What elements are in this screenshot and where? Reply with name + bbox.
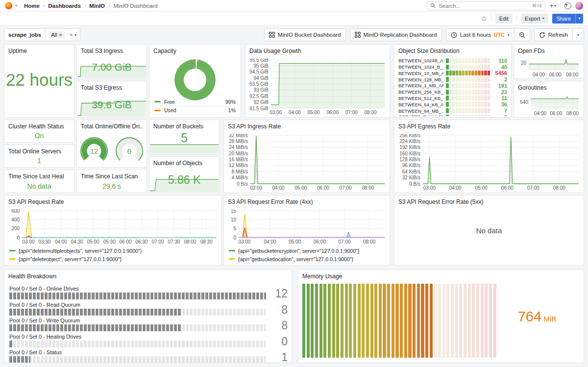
panel-title[interactable]: S3 API Ingress Rate bbox=[228, 123, 386, 130]
panel-title[interactable]: Health Breakdown bbox=[8, 273, 288, 280]
legend-item[interactable]: {api="deleteobject", server="127.0.0.1:9… bbox=[9, 255, 217, 263]
data-usage-growth-chart[interactable]: 95.5 GiB95 GiB94.5 GiB94 GiB93.5 GiB93 G… bbox=[248, 58, 386, 115]
variable-value-chip[interactable]: All× bbox=[49, 31, 65, 38]
panel-title[interactable]: S3 API Request Rate bbox=[8, 198, 217, 205]
share-dropdown-button[interactable]: ▾ bbox=[575, 14, 583, 24]
variable-label: scrape_jobs bbox=[4, 29, 46, 41]
chevron-down-icon[interactable]: ▾ bbox=[74, 33, 80, 37]
legend-swatch bbox=[154, 110, 161, 111]
online-servers-value: 1 bbox=[4, 157, 74, 165]
zoom-out-icon bbox=[519, 32, 525, 38]
svg-text:0: 0 bbox=[127, 147, 131, 155]
grafana-minio-dashboard: ▾ Home › Dashboards › MinIO › MinIO Dash… bbox=[0, 0, 588, 367]
buckets-value: 5 bbox=[149, 131, 219, 145]
dashboard-controls: scrape_jobs All× × ▾ MinIO Bucket Dashbo… bbox=[0, 25, 588, 44]
svg-text:03:30: 03:30 bbox=[38, 239, 50, 245]
star-icon[interactable]: ☆ bbox=[481, 15, 487, 23]
osd-row: GREATER_THAN_51...8 bbox=[398, 114, 507, 116]
panel-capacity: Capacity Free 99% Used 1% bbox=[149, 44, 241, 118]
object-size-distribution-gauge[interactable]: BETWEEN_1024B_A...110BETWEEN_1024_B_...4… bbox=[398, 58, 507, 116]
svg-text:04:30: 04:30 bbox=[71, 239, 83, 245]
breadcrumb-separator: › bbox=[43, 3, 45, 8]
panel-title[interactable]: Open FDs bbox=[518, 48, 580, 54]
refresh-button[interactable]: Refresh bbox=[534, 28, 573, 41]
health-breakdown-gauges[interactable]: Pool 0 / Set 0 - Online Drives12Pool 0 /… bbox=[9, 284, 288, 360]
dashboard-grid: Uptime 22 hours Total S3 Ingress 7.00 Gi… bbox=[0, 44, 588, 367]
minio-bucket-dashboard-link[interactable]: MinIO Bucket Dashboard bbox=[264, 28, 345, 41]
svg-text:4 MiB/s: 4 MiB/s bbox=[232, 175, 248, 180]
panel-title[interactable]: Total Online Servers bbox=[8, 148, 70, 155]
panel-title[interactable]: Uptime bbox=[8, 48, 70, 54]
goroutines-chart[interactable]: 54004:0006:0008:00 bbox=[517, 95, 580, 116]
svg-text:03:00: 03:00 bbox=[270, 110, 282, 115]
open-fds-chart[interactable]: 2004:0006:0008:00 bbox=[517, 57, 580, 77]
divider bbox=[516, 15, 517, 22]
capacity-donut-chart[interactable] bbox=[174, 59, 216, 100]
add-button[interactable]: +▾ bbox=[549, 2, 556, 9]
panel-title[interactable]: Cluster Health Status bbox=[8, 123, 70, 130]
panel-object-size-distribution: Object Size Distribution BETWEEN_1024B_A… bbox=[394, 44, 512, 118]
panel-title[interactable]: Time Since Last Heal bbox=[8, 173, 70, 180]
svg-text:10: 10 bbox=[231, 217, 237, 222]
zoom-out-button[interactable] bbox=[514, 28, 530, 41]
panel-total-s3-egress: Total S3 Egress 39.6 GiB bbox=[76, 81, 147, 118]
panel-title[interactable]: Time Since Last Scan bbox=[81, 173, 143, 180]
refresh-interval-dropdown[interactable]: ▾ bbox=[572, 28, 584, 41]
s3-ingress-rate-chart[interactable]: 32 MiB/s28 MiB/s24 MiB/s20 MiB/s16 MiB/s… bbox=[227, 134, 386, 191]
s3-error-4xx-chart[interactable]: 15105003:0004:0005:0006:0007:0008:00 bbox=[227, 209, 386, 245]
breadcrumb-minio[interactable]: MinIO bbox=[89, 3, 105, 9]
panel-title[interactable]: Number of Objects bbox=[153, 160, 215, 167]
breadcrumb-dashboards[interactable]: Dashboards bbox=[48, 3, 80, 9]
svg-text:540: 540 bbox=[520, 99, 528, 105]
edit-button[interactable]: Edit bbox=[495, 14, 513, 24]
search-icon bbox=[430, 3, 436, 8]
ingress-value: 7.00 GiB bbox=[77, 61, 147, 73]
panel-title[interactable]: S3 API Request Error Rate (4xx) bbox=[228, 198, 386, 205]
legend-item[interactable]: {api="getbucketencryption", server="127.… bbox=[229, 246, 386, 255]
panel-title[interactable]: Memory Usage bbox=[302, 273, 580, 280]
chevron-down-icon[interactable]: ▾ bbox=[15, 3, 17, 8]
time-range-picker[interactable]: Last 6 hours UTC ▾ bbox=[446, 28, 514, 41]
clear-icon[interactable]: × bbox=[68, 32, 74, 38]
variable-scrape-jobs[interactable]: scrape_jobs All× × ▾ bbox=[4, 28, 80, 41]
breadcrumb-separator: › bbox=[84, 3, 86, 8]
breadcrumb-home[interactable]: Home bbox=[24, 3, 40, 9]
memory-usage-gauge[interactable] bbox=[302, 284, 496, 358]
close-icon[interactable]: × bbox=[59, 32, 62, 38]
search-input[interactable] bbox=[439, 3, 529, 9]
s3-egress-rate-chart[interactable]: 256 KiB/s224 KiB/s192 KiB/s160 KiB/s128 … bbox=[397, 134, 580, 191]
chevron-down-icon: ▾ bbox=[578, 16, 580, 21]
drive-gauges[interactable]: 12 0 bbox=[77, 136, 147, 166]
help-icon[interactable]: ? bbox=[564, 2, 571, 9]
legend-item[interactable]: {api="deletemultipleobjects", server="12… bbox=[9, 246, 217, 255]
panel-title[interactable]: Object Size Distribution bbox=[398, 48, 507, 54]
timezone-badge: UTC bbox=[494, 32, 505, 38]
avatar[interactable] bbox=[575, 2, 583, 10]
panel-title[interactable]: Capacity bbox=[153, 48, 237, 54]
svg-text:28 MiB/s: 28 MiB/s bbox=[229, 139, 248, 144]
panel-title[interactable]: S3 API Request Error Rate (5xx) bbox=[398, 198, 580, 205]
share-button[interactable]: Share bbox=[552, 14, 575, 24]
s3-request-rate-chart[interactable]: 600400200003:0003:3004:0004:3005:0005:30… bbox=[7, 209, 217, 245]
legend-item[interactable]: {api="getbucketlocation", server="127.0.… bbox=[229, 255, 386, 263]
search-box[interactable]: ⌘+k bbox=[427, 1, 545, 10]
panel-title[interactable]: Total S3 Ingress bbox=[81, 48, 143, 54]
svg-text:06:00: 06:00 bbox=[501, 185, 514, 191]
panel-title[interactable]: S3 API Egress Rate bbox=[398, 123, 580, 130]
panel-title[interactable]: Number of Buckets bbox=[153, 123, 215, 130]
panel-title[interactable]: Goroutines bbox=[518, 84, 580, 91]
health-row: Pool 0 / Set 0 - Status1 bbox=[9, 347, 288, 363]
refresh-icon bbox=[539, 32, 545, 38]
svg-text:08:00: 08:00 bbox=[362, 185, 374, 191]
grafana-logo-icon[interactable] bbox=[5, 2, 12, 9]
legend-item-free[interactable]: Free 99% bbox=[154, 98, 236, 106]
osd-row: BETWEEN_1_MB_AN...191 bbox=[398, 83, 507, 89]
legend-item-used[interactable]: Used 1% bbox=[154, 106, 236, 114]
svg-text:05:00: 05:00 bbox=[87, 239, 99, 245]
minio-replication-dashboard-link[interactable]: MinIO Replication Dashboard bbox=[350, 28, 442, 41]
svg-text:04:00: 04:00 bbox=[272, 185, 284, 191]
export-button[interactable]: Export▾ bbox=[521, 14, 548, 24]
panel-title[interactable]: Total Online/Offline Dri... bbox=[81, 123, 143, 130]
panel-title[interactable]: Data Usage Growth bbox=[249, 48, 386, 54]
svg-text:08:00: 08:00 bbox=[363, 239, 375, 245]
